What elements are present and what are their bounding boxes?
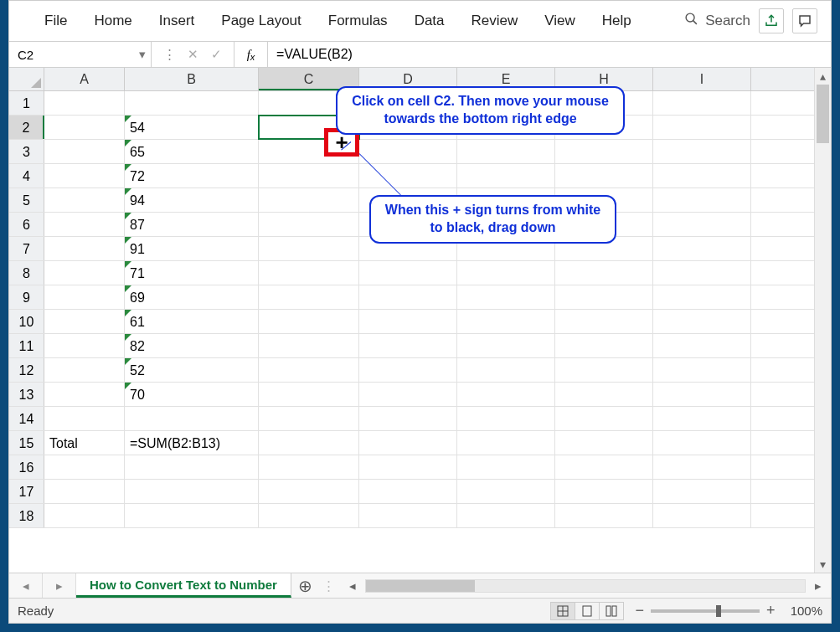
cell-C10[interactable] — [259, 310, 359, 333]
cell-B17[interactable] — [125, 480, 259, 503]
cell-C4[interactable] — [259, 164, 359, 188]
cell-B7[interactable]: 91 — [125, 237, 259, 260]
col-header-A[interactable]: A — [44, 68, 125, 90]
sheet-next-button[interactable]: ▸ — [43, 573, 76, 598]
cell-B9[interactable]: 69 — [125, 285, 259, 309]
zoom-slider-track[interactable] — [651, 609, 760, 613]
cell-E9[interactable] — [457, 285, 555, 309]
cell-B10[interactable]: 61 — [125, 310, 259, 333]
cell-E5[interactable] — [457, 188, 555, 212]
ribbon-tab-data[interactable]: Data — [401, 4, 458, 38]
cell-A2[interactable] — [44, 116, 125, 139]
sheet-prev-button[interactable]: ◂ — [9, 573, 43, 598]
row-header[interactable]: 9 — [9, 285, 44, 309]
vertical-scrollbar[interactable]: ▴ ▾ — [814, 68, 831, 573]
cell-A6[interactable] — [44, 213, 125, 236]
cell-I11[interactable] — [653, 334, 751, 357]
row-header[interactable]: 2 — [9, 116, 44, 139]
cell-H17[interactable] — [555, 480, 653, 503]
cell-D17[interactable] — [359, 480, 457, 503]
ribbon-tab-view[interactable]: View — [531, 4, 589, 38]
comments-button[interactable] — [792, 8, 817, 33]
cell-I18[interactable] — [653, 504, 751, 527]
cell-E12[interactable] — [457, 358, 555, 382]
cell-A12[interactable] — [44, 358, 125, 382]
cell-H13[interactable] — [555, 383, 653, 406]
row-header[interactable]: 4 — [9, 164, 44, 188]
cell-D11[interactable] — [359, 334, 457, 357]
ribbon-tab-formulas[interactable]: Formulas — [315, 4, 401, 38]
cell-E8[interactable] — [457, 261, 555, 285]
cell-H3[interactable] — [555, 140, 653, 163]
sheet-tab-active[interactable]: How to Convert Text to Number — [76, 573, 291, 598]
cell-A4[interactable] — [44, 164, 125, 188]
ribbon-tab-home[interactable]: Home — [80, 4, 145, 38]
cell-H10[interactable] — [555, 310, 653, 333]
cell-H5[interactable] — [555, 188, 653, 212]
cell-D16[interactable] — [359, 455, 457, 479]
row-header[interactable]: 3 — [9, 140, 44, 163]
cell-C3[interactable] — [259, 140, 359, 163]
col-header-B[interactable]: B — [125, 68, 259, 90]
cell-I14[interactable] — [653, 407, 751, 430]
cell-B5[interactable]: 94 — [125, 188, 259, 212]
cell-I3[interactable] — [653, 140, 751, 163]
row-header[interactable]: 18 — [9, 504, 44, 527]
enter-formula-button[interactable]: ✓ — [205, 47, 227, 62]
cell-B4[interactable]: 72 — [125, 164, 259, 188]
cell-D3[interactable] — [359, 140, 457, 163]
cell-H9[interactable] — [555, 285, 653, 309]
cell-H8[interactable] — [555, 261, 653, 285]
col-header-D[interactable]: D — [359, 68, 457, 90]
cell-A17[interactable] — [44, 480, 125, 503]
cell-D14[interactable] — [359, 407, 457, 430]
cell-C18[interactable] — [259, 504, 359, 527]
hscroll-right-arrow[interactable]: ▸ — [811, 578, 826, 593]
cell-I13[interactable] — [653, 383, 751, 406]
cell-C7[interactable] — [259, 237, 359, 260]
cell-E17[interactable] — [457, 480, 555, 503]
view-pagelayout-button[interactable] — [575, 602, 600, 620]
cell-E13[interactable] — [457, 383, 555, 406]
row-header[interactable]: 5 — [9, 188, 44, 212]
cell-H18[interactable] — [555, 504, 653, 527]
cell-C16[interactable] — [259, 455, 359, 479]
cell-C2[interactable]: 54 — [259, 116, 359, 139]
cell-B14[interactable] — [125, 407, 259, 430]
cell-E11[interactable] — [457, 334, 555, 357]
cell-H14[interactable] — [555, 407, 653, 430]
formula-input[interactable]: =VALUE(B2) — [268, 42, 831, 67]
ribbon-tab-insert[interactable]: Insert — [146, 4, 209, 38]
cell-I12[interactable] — [653, 358, 751, 382]
cell-B3[interactable]: 65 — [125, 140, 259, 163]
cell-H4[interactable] — [555, 164, 653, 188]
cell-H1[interactable] — [555, 91, 653, 115]
cell-E6[interactable] — [457, 213, 555, 236]
cell-A14[interactable] — [44, 407, 125, 430]
share-button[interactable] — [759, 8, 784, 33]
cell-B12[interactable]: 52 — [125, 358, 259, 382]
ribbon-tab-pagelayout[interactable]: Page Layout — [208, 4, 314, 38]
cell-A9[interactable] — [44, 285, 125, 309]
ribbon-tab-file[interactable]: File — [31, 4, 80, 38]
cell-H11[interactable] — [555, 334, 653, 357]
cell-E16[interactable] — [457, 455, 555, 479]
add-sheet-button[interactable]: ⊕ — [291, 573, 320, 598]
cell-C15[interactable] — [259, 431, 359, 455]
row-header[interactable]: 1 — [9, 91, 44, 115]
cell-E15[interactable] — [457, 431, 555, 455]
row-header[interactable]: 17 — [9, 480, 44, 503]
cell-I9[interactable] — [653, 285, 751, 309]
cell-C14[interactable] — [259, 407, 359, 430]
cell-B11[interactable]: 82 — [125, 334, 259, 357]
cell-E1[interactable] — [457, 91, 555, 115]
view-pagebreak-button[interactable] — [599, 602, 624, 620]
row-header[interactable]: 12 — [9, 358, 44, 382]
row-header[interactable]: 11 — [9, 334, 44, 357]
cell-E3[interactable] — [457, 140, 555, 163]
cell-E7[interactable] — [457, 237, 555, 260]
cell-C17[interactable] — [259, 480, 359, 503]
cell-B18[interactable] — [125, 504, 259, 527]
cell-H6[interactable] — [555, 213, 653, 236]
cell-I15[interactable] — [653, 431, 751, 455]
